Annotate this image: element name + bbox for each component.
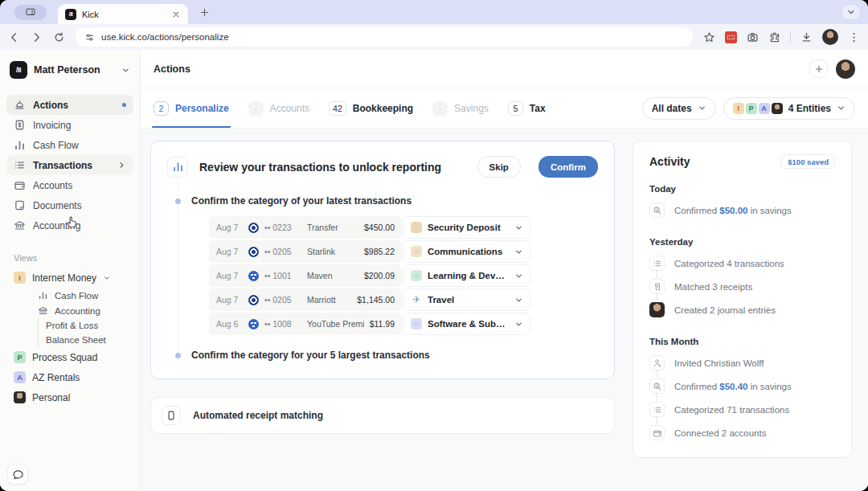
bank-logo-icon [248,247,259,257]
sidebar-item-accounts[interactable]: Accounts [6,175,133,195]
bank-logo-icon [248,223,259,233]
site-info-icon[interactable] [84,32,95,43]
sidebar-item-actions[interactable]: Actions [6,95,133,115]
entity-personal[interactable]: Personal [6,387,133,407]
red-extension-icon[interactable] [725,31,737,43]
view-item-accounting[interactable]: Accounting [0,303,140,318]
activity-text: Categorized 71 transactions [674,405,789,415]
actions-icon [14,99,26,111]
step1-label: Confirm the category of your latest tran… [191,195,411,207]
list-icon [649,402,665,417]
chevron-down-icon [514,223,523,232]
tab-count-badge: 5 [508,101,523,116]
downloads-icon[interactable] [800,31,813,43]
forward-icon[interactable] [31,31,43,43]
sidebar-item-accounting[interactable]: Accounting [6,215,133,235]
bookmark-star-icon[interactable] [703,31,715,43]
transaction-date: Aug 6 [216,319,243,329]
tab-label: Tax [530,103,546,114]
savings-badge: $100 saved [781,154,835,169]
sidebar-item-invoicing[interactable]: Invoicing [6,115,133,135]
support-chat-button[interactable] [7,464,28,485]
tab-tax[interactable]: 5 Tax [508,88,546,128]
category-select[interactable]: Security Deposit [403,216,530,239]
receipt-matching-card[interactable]: Automated receipt matching [150,397,615,434]
back-icon[interactable] [8,31,20,43]
user-avatar[interactable] [836,59,855,79]
entity-az-rentals[interactable]: A AZ Rentals [6,367,133,387]
account-mask: •• 0205 [264,295,301,305]
sidebar-item-label: Cash Flow [33,140,79,151]
category-select[interactable]: Software & Subscriptions [403,313,530,335]
transaction-amount: $11.99 [370,319,395,329]
sidebar-nav: Actions Invoicing Cash Flow Transactions [0,87,140,235]
sidebar-item-transactions[interactable]: Transactions [6,155,133,175]
review-card-title: Review your transactions to unlock repor… [199,161,466,174]
browser-menu-icon[interactable] [848,31,860,43]
transaction-date: Aug 7 [216,223,243,232]
view-item-profit-loss[interactable]: Profit & Loss [46,318,140,333]
airplane-icon: ✈ [411,295,422,305]
transactions-icon [14,159,26,171]
bank-logo-icon [248,271,259,281]
tab-personalize[interactable]: 2 Personalize [154,88,229,128]
view-item-balance-sheet[interactable]: Balance Sheet [46,333,140,347]
activity-title: Activity [649,155,690,168]
browser-tab-kick[interactable]: /II Kick [58,4,188,24]
view-item-cash-flow[interactable]: Cash Flow [0,288,140,303]
date-filter-dropdown[interactable]: All dates [642,97,716,120]
browser-profile-avatar[interactable] [822,29,838,45]
page-title: Actions [154,63,190,75]
tab-label: Bookkeeping [353,103,413,114]
table-row: Aug 6 •• 1008 YouTube Premium $11.99 Sof… [209,313,530,335]
transactions-chevron-right-icon [117,161,126,170]
tab-list-chevron-icon[interactable] [842,5,860,19]
camera-extension-icon[interactable] [747,31,759,43]
category-label: Learning & Development [428,271,509,280]
new-tab-button[interactable] [199,7,210,18]
tab-accounts[interactable]: - Accounts [248,88,309,128]
receipt-icon [162,406,181,425]
add-button[interactable] [809,59,828,78]
sidebar-item-label: Accounts [33,180,72,191]
activity-text: Categorized 4 transactions [674,259,784,268]
person-invite-icon [649,355,665,370]
transaction-details: Aug 7 •• 0205 Starlink $985.22 [209,240,402,263]
transaction-name: Marriott [307,295,351,305]
address-bar[interactable]: use.kick.co/actions/personalize [76,27,693,47]
main-area: Actions 2 Personalize - Accounts [141,50,868,491]
confirm-button[interactable]: Confirm [538,156,598,178]
skip-button[interactable]: Skip [477,156,521,178]
tab-bookkeeping[interactable]: 42 Bookkeeping [329,88,413,128]
extensions-puzzle-icon[interactable] [768,31,780,43]
tab-label: Personalize [175,103,229,114]
kick-app: /II Matt Peterson Actions Invoicing Cash… [0,50,868,491]
transaction-details: Aug 7 •• 1001 Maven $200.09 [209,264,402,287]
activity-text: Matched 3 receipts [674,282,752,292]
tab-close-icon[interactable] [171,10,181,19]
activity-text: Invited Christian Wolff [674,358,764,368]
category-label: Travel [428,295,509,305]
category-select[interactable]: Communications [403,240,530,263]
savings-amount: $50.00 [719,206,747,215]
category-select[interactable]: ✈ Travel [403,288,530,311]
tab-savings[interactable]: - Savings [432,88,489,128]
activity-section-yesterday: Yesterday [649,237,835,247]
activity-text: Created 2 journal entries [674,305,776,315]
tab-search-button[interactable] [14,5,47,20]
transaction-name: Transfer [307,223,358,232]
entities-filter-dropdown[interactable]: I P A 4 Entities [723,97,855,120]
entity-process-squad[interactable]: P Process Squad [6,347,133,367]
sidebar-item-documents[interactable]: Documents [6,195,133,215]
account-switcher[interactable]: /II Matt Peterson [0,50,140,87]
entity-badge: A [759,103,770,114]
account-mask: •• 1001 [264,271,301,280]
sidebar-item-label: Accounting [33,220,80,231]
reload-icon[interactable] [53,31,65,43]
bank-logo-icon [248,319,259,329]
sidebar-item-cash-flow[interactable]: Cash Flow [6,135,133,155]
entity-label: AZ Rentals [32,372,80,383]
entity-internet-money[interactable]: I Internet Money [6,268,133,288]
category-select[interactable]: Learning & Development [403,264,530,287]
sidebar-item-label: Transactions [33,160,92,171]
